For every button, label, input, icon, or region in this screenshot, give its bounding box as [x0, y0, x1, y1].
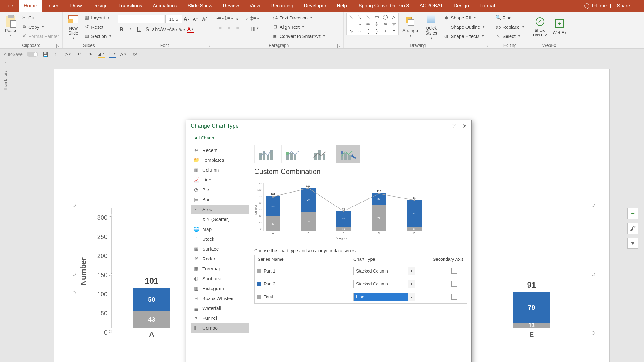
selection-handle[interactable] [73, 291, 76, 294]
chart-type-radar[interactable]: ✳Radar [191, 254, 249, 264]
chart-type-line[interactable]: 📈Line [191, 175, 249, 185]
select-button[interactable]: ↖Select▼ [495, 32, 525, 40]
chart-type-treemap[interactable]: ▦Treemap [191, 264, 249, 274]
selection-handle[interactable] [109, 330, 112, 333]
clear-format-button[interactable]: A⁄ [200, 15, 208, 23]
tab-draw[interactable]: Draw [65, 0, 87, 12]
grow-font-button[interactable]: A▲ [183, 15, 191, 23]
selection-handle[interactable] [109, 273, 112, 276]
qat-fontcolor[interactable]: A▼ [120, 51, 127, 58]
series-chart-type-dropdown[interactable]: Stacked Column▾ [353, 280, 415, 288]
numbering-button[interactable]: 1≡▼ [225, 15, 233, 22]
change-case-button[interactable]: Aa▼ [170, 26, 177, 33]
chart-type-pie[interactable]: ◔Pie [191, 185, 249, 195]
chart-type-templates[interactable]: 📁Templates [191, 155, 249, 165]
thumbnails-pane[interactable]: › Thumbnails [0, 60, 11, 362]
secondary-axis-checkbox[interactable] [451, 281, 457, 287]
comments-button-top[interactable] [634, 4, 638, 8]
bold-button[interactable]: B [118, 26, 125, 33]
chart-bar-e[interactable]: 91 78 13 E [513, 292, 550, 328]
shape-effects-button[interactable]: ◑Shape Effects▼ [443, 32, 486, 40]
chart-funnel-button[interactable]: ▼ [627, 238, 638, 249]
replace-button[interactable]: abReplace▼ [495, 23, 525, 31]
chart-type-area[interactable]: 〰Area [191, 205, 249, 214]
highlight-button[interactable]: ✎▼ [178, 26, 186, 33]
secondary-axis-checkbox[interactable] [451, 294, 457, 300]
tab-slideshow[interactable]: Slide Show [182, 0, 217, 12]
chart-type-map[interactable]: 🌐Map [191, 224, 249, 234]
qat-fill[interactable]: ◢▼ [98, 51, 105, 58]
quick-styles-button[interactable]: Quick Styles▼ [422, 13, 441, 41]
chart-type-surface[interactable]: ▦Surface [191, 244, 249, 254]
qat-btn3[interactable]: ◇▼ [65, 51, 71, 58]
arrange-button[interactable]: Arrange▼ [401, 13, 420, 41]
tab-review[interactable]: Review [218, 0, 244, 12]
share-this-file-button[interactable]: Share This File [531, 13, 549, 41]
qat-btn2[interactable]: ▢ [53, 51, 60, 58]
char-spacing-button[interactable]: AV▼ [161, 26, 168, 33]
convert-smartart-button[interactable]: ▣Convert to SmartArt▼ [271, 32, 326, 40]
selection-handle[interactable] [73, 204, 76, 207]
find-button[interactable]: 🔍Find [495, 14, 525, 22]
align-right-button[interactable]: ≡ [234, 25, 241, 32]
selection-handle[interactable] [73, 273, 76, 276]
combo-subtype-3[interactable] [309, 145, 333, 163]
tab-design[interactable]: Design [87, 0, 113, 12]
chart-type-funnel[interactable]: ▼Funnel [191, 313, 249, 323]
justify-button[interactable]: ≣ [242, 25, 250, 32]
undo-button[interactable]: ↶ [76, 51, 82, 58]
indent-inc-button[interactable]: ⇥ [242, 15, 250, 22]
dialog-close-button[interactable]: ✕ [462, 123, 467, 130]
share-button-top[interactable]: Share [610, 3, 630, 9]
align-left-button[interactable]: ≡ [217, 25, 224, 32]
text-direction-button[interactable]: ↕AText Direction▼ [271, 14, 326, 22]
cut-button[interactable]: ✂Cut [20, 14, 60, 22]
italic-button[interactable]: I [126, 26, 134, 33]
chart-type-waterfall[interactable]: ▄Waterfall [191, 303, 249, 313]
section-button[interactable]: ▤Section▼ [83, 32, 112, 40]
chart-bar-a[interactable]: 101 58 43 A [133, 288, 170, 328]
underline-button[interactable]: U [135, 26, 142, 33]
paragraph-launcher[interactable]: ↘ [337, 44, 341, 48]
combo-subtype-2[interactable] [281, 145, 306, 163]
redo-button[interactable]: ↷ [87, 51, 94, 58]
save-button[interactable]: 💾 [42, 51, 49, 58]
shape-outline-button[interactable]: ☐Shape Outline▼ [443, 23, 486, 31]
chart-brush-button[interactable]: 🖌 [627, 223, 638, 234]
shape-fill-button[interactable]: ◆Shape Fill▼ [443, 14, 486, 22]
chart-type-x-y-scatter-[interactable]: ∷X Y (Scatter) [191, 214, 249, 224]
format-painter-button[interactable]: ✐Format Painter [20, 32, 60, 40]
font-launcher[interactable]: ↘ [208, 44, 211, 48]
tab-insert[interactable]: Insert [42, 0, 65, 12]
chart-type-combo[interactable]: ⊪Combo [191, 323, 249, 333]
tell-me[interactable]: Tell me [584, 3, 607, 9]
tab-ispring[interactable]: iSpring Converter Pro 8 [352, 0, 414, 12]
secondary-axis-checkbox[interactable] [451, 268, 457, 274]
align-text-button[interactable]: ⊟Align Text▼ [271, 23, 326, 31]
tab-chart-design[interactable]: Design [448, 0, 474, 12]
selection-handle[interactable] [592, 273, 595, 276]
chart-type-bar[interactable]: ▤Bar [191, 195, 249, 205]
tab-file[interactable]: File [0, 0, 19, 12]
line-spacing-button[interactable]: ‡≡▼ [251, 15, 259, 22]
chart-type-histogram[interactable]: ▥Histogram [191, 284, 249, 293]
dialog-help-button[interactable]: ? [452, 123, 456, 130]
selection-handle[interactable] [592, 204, 595, 207]
tab-home[interactable]: Home [19, 0, 42, 12]
shapes-gallery[interactable]: ＼＼＼▭◯△ ┐↳⇨⇩⇦☆ ∿∼{}✦≡ [346, 13, 399, 35]
tab-acrobat[interactable]: ACROBAT [414, 0, 448, 12]
dialog-titlebar[interactable]: Change Chart Type ? ✕ [186, 120, 471, 132]
dialog-tab-all-charts[interactable]: All Charts [191, 134, 218, 142]
clipboard-launcher[interactable]: ↘ [56, 44, 60, 48]
chart-type-box-whisker[interactable]: ⊟Box & Whisker [191, 293, 249, 303]
font-color-button[interactable]: A▼ [187, 26, 194, 33]
copy-button[interactable]: ⧉Copy▼ [20, 23, 60, 31]
tab-animations[interactable]: Animations [147, 0, 182, 12]
selection-handle[interactable] [592, 331, 595, 335]
indent-dec-button[interactable]: ⇤ [234, 15, 241, 22]
columns-button[interactable]: ▥▼ [251, 25, 259, 32]
paste-button[interactable]: Paste▼ [2, 13, 19, 41]
font-size-combo[interactable]: 16.6 [165, 15, 182, 23]
chart-type-column[interactable]: ▥Column [191, 165, 249, 175]
shadow-button[interactable]: S [144, 26, 151, 33]
